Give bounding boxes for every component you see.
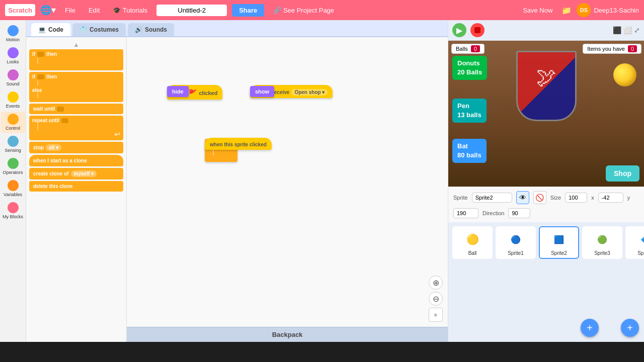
panel-stop-all[interactable]: stop all ▾ bbox=[29, 142, 123, 153]
blocks-panel: ▲ if then if then else wait until bbox=[26, 37, 127, 342]
donuts-display: Donuts 20 Balls bbox=[452, 56, 487, 80]
sprite-thumb-sprite3[interactable]: 🟢 Sprite3 bbox=[582, 226, 622, 259]
size-input[interactable] bbox=[565, 193, 587, 203]
category-motion[interactable]: Motion bbox=[1, 23, 25, 44]
add-sprite-button[interactable]: + bbox=[581, 319, 599, 337]
add-backdrop-button[interactable]: + bbox=[621, 319, 639, 337]
pen-display: Pen 13 balls bbox=[452, 99, 487, 123]
share-button[interactable]: Share bbox=[232, 4, 264, 17]
zoom-in-button[interactable]: ⊕ bbox=[429, 276, 443, 290]
scroll-up-arrow[interactable]: ▲ bbox=[29, 40, 123, 49]
shop-button[interactable]: Shop bbox=[606, 165, 639, 182]
editor-area: 💻Code 👕Costumes 🔊Sounds ▲ if then bbox=[26, 20, 448, 342]
tabs-bar: 💻Code 👕Costumes 🔊Sounds bbox=[26, 20, 448, 37]
category-control[interactable]: Control bbox=[1, 112, 25, 133]
when-sprite-clicked-block[interactable]: when this sprite clicked bbox=[205, 138, 272, 150]
ball-sprite-icon: 🟡 bbox=[460, 229, 485, 249]
y-label: y bbox=[627, 195, 630, 201]
panel-if-then-else[interactable]: if then else bbox=[29, 72, 123, 102]
category-sensing[interactable]: Sensing bbox=[1, 134, 25, 155]
size-label: Size bbox=[550, 195, 561, 201]
username-label: Deep13-Sachin bbox=[594, 7, 639, 14]
editor-body: ▲ if then if then else wait until bbox=[26, 37, 448, 342]
language-button[interactable]: 🌐▾ bbox=[40, 5, 56, 16]
sprite-thumb-sprite4[interactable]: 🔷 Sprite4 bbox=[625, 226, 644, 259]
edit-menu[interactable]: Edit bbox=[85, 5, 104, 16]
user-info: DS Deep13-Sachin bbox=[577, 3, 639, 17]
panel-create-clone[interactable]: create clone of myself ▾ bbox=[29, 168, 123, 179]
category-events[interactable]: Events bbox=[1, 89, 25, 111]
category-variables[interactable]: Variables bbox=[1, 178, 25, 199]
direction-input[interactable] bbox=[508, 208, 530, 218]
user-avatar: DS bbox=[577, 3, 591, 17]
sprites-grid: 🟡 Ball 🔵 Sprite1 🟦 Sprite2 🟢 Sprite3 🔷 bbox=[452, 226, 644, 259]
x-label: x bbox=[591, 195, 594, 201]
category-operators[interactable]: Operators bbox=[1, 156, 25, 177]
y-input[interactable] bbox=[453, 208, 478, 218]
project-title-input[interactable] bbox=[156, 5, 227, 16]
sprite-list: 🟡 Ball 🔵 Sprite1 🟦 Sprite2 🟢 Sprite3 🔷 bbox=[448, 222, 644, 342]
block-categories-sidebar: Motion Looks Sound Events Control Sensin… bbox=[0, 20, 26, 342]
bat-display: Bat 80 balls bbox=[452, 139, 487, 163]
sprite4-icon: 🔷 bbox=[633, 229, 644, 249]
sprite-label: Sprite bbox=[453, 195, 468, 201]
sprite3-icon: 🟢 bbox=[590, 229, 615, 249]
stop-button[interactable] bbox=[470, 23, 485, 37]
scratch-logo[interactable]: Scratch bbox=[5, 4, 35, 16]
panel-if-then-1[interactable]: if then bbox=[29, 49, 123, 70]
zoom-controls: ⊕ ⊖ ≡ bbox=[429, 276, 443, 322]
yellow-ball-sprite bbox=[613, 63, 636, 86]
visibility-hide-button[interactable]: 🚫 bbox=[533, 191, 546, 204]
panel-wait-until[interactable]: wait until bbox=[29, 104, 123, 114]
sprite-name-input[interactable] bbox=[472, 193, 512, 203]
tab-code[interactable]: 💻Code bbox=[31, 23, 70, 36]
backpack-bar[interactable]: Backpack bbox=[127, 327, 448, 342]
zoom-out-button[interactable]: ⊖ bbox=[429, 292, 443, 306]
fit-screen-button[interactable]: ≡ bbox=[429, 308, 443, 322]
hide-block[interactable]: hide bbox=[167, 86, 189, 97]
code-canvas[interactable]: when 🚩 clicked hide when I receive Open … bbox=[127, 37, 448, 342]
panel-when-start-clone[interactable]: when I start as a clone bbox=[29, 155, 123, 166]
sprite2-icon: 🟦 bbox=[546, 229, 572, 249]
sprite-thumb-sprite1[interactable]: 🔵 Sprite1 bbox=[496, 226, 536, 259]
main-area: Motion Looks Sound Events Control Sensin… bbox=[0, 20, 644, 342]
file-menu[interactable]: File bbox=[61, 5, 79, 16]
tab-sounds[interactable]: 🔊Sounds bbox=[128, 23, 174, 36]
category-my-blocks[interactable]: My Blocks bbox=[1, 200, 25, 221]
show-block[interactable]: show bbox=[250, 86, 274, 97]
stage-resize-buttons: ⬛ ⬜ ⤢ bbox=[613, 26, 640, 34]
fullscreen-button[interactable]: ⤢ bbox=[634, 26, 640, 34]
category-sound[interactable]: Sound bbox=[1, 67, 25, 88]
items-counter: Items you have 0 bbox=[583, 44, 641, 54]
panel-repeat-until[interactable]: repeat until ↩ bbox=[29, 116, 123, 140]
balls-counter: Balls 0 bbox=[451, 44, 485, 54]
folder-icon[interactable]: 📁 bbox=[561, 6, 572, 15]
green-flag-button[interactable]: ▶ bbox=[452, 23, 466, 37]
category-looks[interactable]: Looks bbox=[1, 45, 25, 66]
tab-costumes[interactable]: 👕Costumes bbox=[72, 23, 126, 36]
panel-delete-clone[interactable]: delete this clone bbox=[29, 181, 123, 192]
stage-area: ▶ ⬛ ⬜ ⤢ 🕊 Balls 0 It bbox=[448, 20, 644, 342]
sprite-thumb-sprite2[interactable]: 🟦 Sprite2 bbox=[539, 226, 579, 259]
visibility-eye-button[interactable]: 👁 bbox=[516, 191, 529, 204]
tutorials-button[interactable]: 🎓 Tutorials bbox=[109, 5, 151, 16]
block-group-sprite-clicked: when this sprite clicked if then bbox=[205, 138, 237, 162]
x-input[interactable] bbox=[598, 193, 623, 203]
topbar: Scratch 🌐▾ File Edit 🎓 Tutorials Share 🔗… bbox=[0, 0, 644, 20]
large-stage-button[interactable]: ⬜ bbox=[623, 26, 632, 34]
sprite-thumb-ball[interactable]: 🟡 Ball bbox=[452, 226, 493, 259]
see-project-button[interactable]: 🔗 See Project Page bbox=[269, 5, 338, 16]
direction-label: Direction bbox=[482, 210, 504, 216]
save-now-button[interactable]: Save Now bbox=[519, 5, 556, 16]
stage-controls: ▶ ⬛ ⬜ ⤢ bbox=[448, 20, 644, 41]
stage-canvas[interactable]: 🕊 Balls 0 Items you have 0 Donuts 20 Bal… bbox=[448, 41, 644, 187]
sprite-info-bar: Sprite 👁 🚫 Size x y Direction bbox=[448, 187, 644, 222]
sprite1-icon: 🔵 bbox=[503, 229, 528, 249]
small-stage-button[interactable]: ⬛ bbox=[613, 26, 621, 34]
